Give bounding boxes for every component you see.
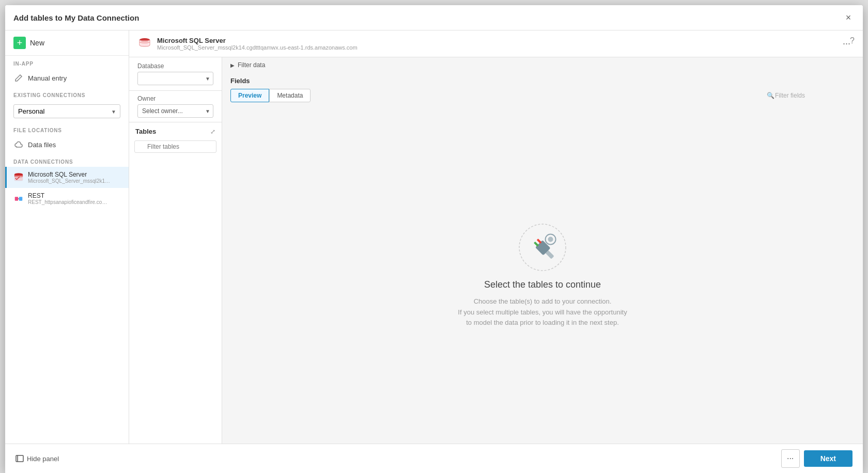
new-label: New [30, 39, 44, 47]
tables-search-section: 🔍 [129, 138, 222, 157]
plus-icon: + [13, 37, 26, 49]
tab-metadata[interactable]: Metadata [269, 89, 311, 102]
sidebar-item-mssql[interactable]: Microsoft SQL Server Microsoft_SQL_Serve… [5, 167, 129, 188]
svg-rect-11 [140, 40, 150, 45]
ellipsis-button[interactable]: ··· [781, 449, 800, 468]
hide-panel-label: Hide panel [27, 455, 59, 463]
expand-icon[interactable]: ⤢ [210, 128, 215, 135]
empty-state-title: Select the tables to continue [484, 279, 601, 290]
modal-body: + New IN-APP Manual entry Existing conne… [5, 30, 863, 444]
footer-right: ··· Next [781, 449, 853, 468]
mssql-sub: Microsoft_SQL_Server_mssql2k14.cgdttt... [28, 178, 111, 184]
fields-tabs-row: Preview Metadata 🔍 [222, 87, 863, 106]
personal-dropdown-wrapper: Personal ▼ [5, 100, 129, 122]
fields-panel: ▶ Filter data Fields Preview Metadata [222, 57, 863, 444]
owner-select-wrapper: Select owner... ▼ [137, 104, 213, 118]
tab-group: Preview Metadata [230, 89, 311, 102]
filter-data-label: Filter data [238, 61, 265, 69]
data-files-label: Data files [28, 141, 56, 149]
connection-text-group: Microsoft SQL Server Microsoft_SQL_Serve… [157, 37, 358, 51]
database-select[interactable] [137, 72, 213, 85]
cloud-icon [13, 139, 24, 150]
sidebar-item-data-files[interactable]: Data files [5, 135, 129, 154]
fields-search-icon: 🔍 [767, 92, 774, 99]
connector-icon [517, 222, 568, 273]
in-app-section-label: IN-APP [5, 56, 129, 69]
empty-state: Select the tables to continue Choose the… [222, 106, 863, 444]
mssql-name: Microsoft SQL Server [28, 171, 111, 178]
owner-section: Owner Select owner... ▼ [129, 91, 222, 122]
connection-bar: Microsoft SQL Server Microsoft_SQL_Serve… [129, 30, 863, 57]
sidebar-item-manual-entry[interactable]: Manual entry [5, 69, 129, 87]
filter-data-row: ▶ Filter data [222, 57, 863, 73]
modal-title: Add tables to My Data Connection [13, 13, 139, 22]
rest-icon [13, 194, 24, 204]
connection-url: Microsoft_SQL_Server_mssql2k14.cgdtttqam… [157, 44, 358, 51]
rest-name: REST [28, 192, 111, 199]
svg-point-2 [14, 173, 23, 176]
database-label: Database [137, 62, 213, 70]
modal-header: Add tables to My Data Connection × [5, 5, 863, 30]
main-area: Microsoft SQL Server Microsoft_SQL_Serve… [129, 30, 863, 444]
fields-search-input[interactable] [763, 90, 855, 101]
sidebar-item-rest[interactable]: REST REST_httpsanapioficeandfire.comapic… [5, 188, 129, 209]
data-connections-label: DATA CONNECTIONS [5, 154, 129, 167]
fields-search-wrapper: 🔍 [763, 90, 855, 101]
sql-server-icon [13, 172, 24, 183]
rest-sub: REST_httpsanapioficeandfire.comapich... [28, 199, 111, 205]
rest-text-group: REST REST_httpsanapioficeandfire.comapic… [28, 192, 111, 205]
tables-panel: Tables ⤢ 🔍 [129, 122, 222, 444]
pencil-icon [13, 73, 24, 83]
help-button[interactable]: ? [850, 36, 855, 45]
svg-rect-19 [16, 455, 23, 462]
personal-select[interactable]: Personal [13, 104, 120, 118]
owner-label: Owner [137, 95, 213, 102]
tables-panel-header: Tables ⤢ [129, 122, 222, 138]
close-button[interactable]: × [842, 11, 855, 24]
svg-rect-5 [15, 197, 18, 200]
fields-title: Fields [230, 77, 250, 85]
svg-rect-16 [537, 239, 542, 244]
connection-sql-icon [137, 36, 152, 52]
filter-data-button[interactable]: ▶ Filter data [230, 61, 265, 69]
tab-preview[interactable]: Preview [230, 89, 269, 102]
svg-rect-15 [534, 241, 539, 246]
manual-entry-label: Manual entry [28, 74, 67, 82]
tables-search-input[interactable] [134, 140, 216, 153]
personal-select-wrapper: Personal ▼ [13, 104, 120, 118]
database-select-wrapper: ▼ [137, 72, 213, 85]
file-locations-label: FILE LOCATIONS [5, 122, 129, 135]
existing-connections-label: Existing connections [5, 87, 129, 100]
hide-panel-button[interactable]: Hide panel [16, 454, 59, 463]
hide-panel-icon [16, 454, 24, 463]
mssql-text-group: Microsoft SQL Server Microsoft_SQL_Serve… [28, 171, 111, 184]
new-connection-button[interactable]: + New [5, 30, 129, 56]
svg-rect-6 [19, 197, 22, 200]
modal-dialog: Add tables to My Data Connection × + New… [5, 5, 863, 473]
left-config-panel: Database ▼ Owner Select [129, 57, 222, 444]
empty-state-description: Choose the table(s) to add to your conne… [458, 296, 627, 328]
next-button[interactable]: Next [804, 450, 853, 467]
svg-point-18 [547, 235, 554, 243]
database-section: Database ▼ [129, 57, 222, 91]
owner-select[interactable]: Select owner... [137, 104, 213, 118]
sidebar: + New IN-APP Manual entry Existing conne… [5, 30, 129, 444]
tables-title: Tables [135, 128, 156, 135]
modal-footer: Hide panel ··· Next [5, 444, 863, 473]
content-area: Database ▼ Owner Select [129, 57, 863, 444]
play-icon: ▶ [230, 62, 235, 68]
fields-header: Fields [222, 73, 863, 87]
connection-name: Microsoft SQL Server [157, 37, 358, 44]
connection-info: Microsoft SQL Server Microsoft_SQL_Serve… [137, 36, 358, 52]
tables-search-wrapper: 🔍 [134, 140, 216, 153]
